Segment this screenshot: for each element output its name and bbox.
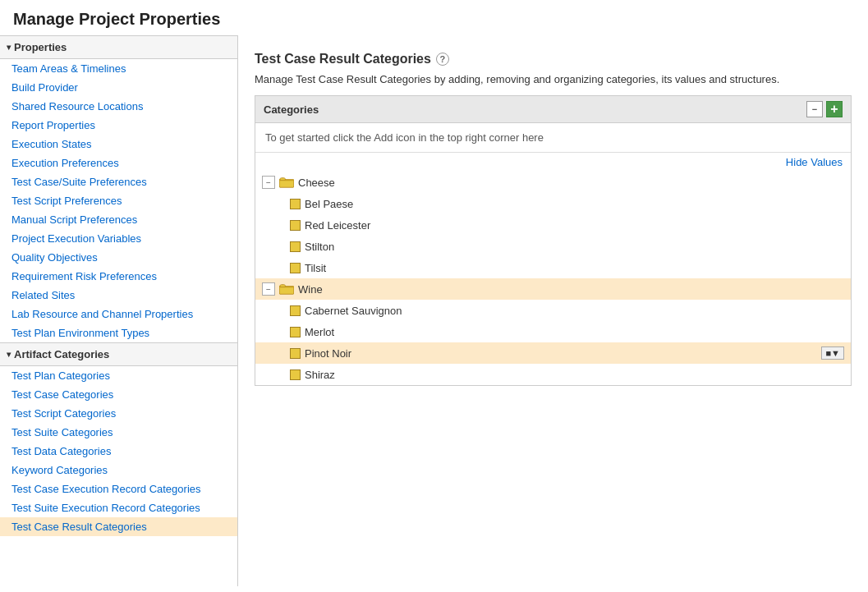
folder-label: Cheese — [298, 177, 844, 189]
sidebar-item-test-data-categories[interactable]: Test Data Categories — [0, 442, 237, 461]
item-action-button[interactable]: ■▼ — [821, 346, 844, 360]
svg-rect-1 — [279, 180, 294, 187]
sidebar-item-requirement-risk-preferences[interactable]: Requirement Risk Preferences — [0, 267, 237, 286]
tree-folder-wine[interactable]: − Wine — [255, 278, 851, 300]
tree-item-bel_paese[interactable]: Bel Paese — [255, 193, 851, 214]
sidebar-properties-header[interactable]: ▾ Properties — [0, 35, 237, 59]
tree-item-stilton[interactable]: Stilton — [255, 236, 851, 257]
item-icon — [288, 219, 301, 231]
sidebar-item-team-areas-&-timelines[interactable]: Team Areas & Timelines — [0, 59, 237, 78]
item-icon — [288, 369, 301, 380]
hide-values-link[interactable]: Hide Values — [786, 156, 843, 168]
item-label: Merlot — [305, 326, 844, 338]
categories-tree: − Cheese Bel Paese Red Leicester Stilton — [255, 172, 851, 385]
tree-item-merlot[interactable]: Merlot — [255, 321, 851, 342]
sidebar: ▾ Properties Team Areas & TimelinesBuild… — [0, 35, 238, 586]
item-label: Shiraz — [305, 369, 844, 381]
hide-values-bar: Hide Values — [255, 153, 851, 172]
item-label: Bel Paese — [305, 198, 844, 210]
sidebar-item-manual-script-preferences[interactable]: Manual Script Preferences — [0, 210, 237, 229]
item-label: Stilton — [305, 241, 844, 253]
content-title: Test Case Result Categories ? — [255, 52, 852, 67]
chevron-down-icon: ▾ — [7, 43, 11, 52]
sidebar-item-test-case-result-categories[interactable]: Test Case Result Categories — [0, 517, 237, 536]
sidebar-item-quality-objectives[interactable]: Quality Objectives — [0, 248, 237, 267]
item-icon — [288, 262, 301, 273]
tree-item-pinot_noir[interactable]: Pinot Noir ■▼ — [255, 342, 851, 364]
sidebar-item-test-plan-environment-types[interactable]: Test Plan Environment Types — [0, 324, 237, 342]
sidebar-item-build-provider[interactable]: Build Provider — [0, 78, 237, 97]
categories-header-actions: − + — [806, 101, 843, 117]
sidebar-item-test-script-preferences[interactable]: Test Script Preferences — [0, 191, 237, 210]
sidebar-item-lab-resource-and-channel-properties[interactable]: Lab Resource and Channel Properties — [0, 305, 237, 324]
tree-item-red_leicester[interactable]: Red Leicester — [255, 214, 851, 236]
main-content: Test Case Result Categories ? Manage Tes… — [238, 35, 868, 586]
sidebar-item-test-script-categories[interactable]: Test Script Categories — [0, 404, 237, 423]
tree-folder-cheese[interactable]: − Cheese — [255, 172, 851, 193]
item-icon — [288, 326, 301, 337]
item-icon — [288, 347, 301, 359]
sidebar-item-test-case-execution-record-categories[interactable]: Test Case Execution Record Categories — [0, 480, 237, 498]
sidebar-item-project-execution-variables[interactable]: Project Execution Variables — [0, 229, 237, 248]
hint-text: To get started click the Add icon in the… — [255, 123, 851, 153]
sidebar-item-keyword-categories[interactable]: Keyword Categories — [0, 461, 237, 480]
sidebar-item-report-properties[interactable]: Report Properties — [0, 116, 237, 135]
svg-rect-7 — [280, 285, 285, 287]
page-title: Manage Project Properties — [0, 0, 868, 35]
sidebar-artifact-header[interactable]: ▾ Artifact Categories — [0, 342, 237, 366]
item-label: Pinot Noir — [305, 347, 821, 360]
categories-panel: Categories − + To get started click the … — [255, 95, 852, 386]
tree-item-cabernet_sauvignon[interactable]: Cabernet Sauvignon — [255, 300, 851, 321]
item-label: Cabernet Sauvignon — [305, 305, 844, 317]
item-label: Red Leicester — [305, 219, 844, 232]
sidebar-item-execution-states[interactable]: Execution States — [0, 135, 237, 154]
tree-item-tilsit[interactable]: Tilsit — [255, 257, 851, 278]
categories-header: Categories − + — [255, 96, 851, 123]
sidebar-item-test-case/suite-preferences[interactable]: Test Case/Suite Preferences — [0, 172, 237, 191]
item-icon — [288, 241, 301, 252]
sidebar-item-related-sites[interactable]: Related Sites — [0, 286, 237, 305]
folder-label: Wine — [298, 283, 844, 296]
help-icon[interactable]: ? — [436, 53, 449, 66]
artifact-list: Test Plan CategoriesTest Case Categories… — [0, 366, 237, 536]
add-button[interactable]: + — [826, 101, 843, 117]
folder-icon — [278, 176, 295, 189]
item-icon — [288, 198, 301, 209]
sidebar-item-test-case-categories[interactable]: Test Case Categories — [0, 385, 237, 404]
sidebar-item-test-plan-categories[interactable]: Test Plan Categories — [0, 366, 237, 385]
content-description: Manage Test Case Result Categories by ad… — [255, 73, 852, 85]
folder-icon — [278, 282, 295, 296]
sidebar-item-test-suite-categories[interactable]: Test Suite Categories — [0, 423, 237, 442]
sidebar-item-execution-preferences[interactable]: Execution Preferences — [0, 154, 237, 172]
chevron-down-icon: ▾ — [7, 350, 11, 359]
item-icon — [288, 305, 301, 316]
tree-item-actions: ■▼ — [821, 346, 844, 360]
item-label: Tilsit — [305, 262, 844, 274]
properties-list: Team Areas & TimelinesBuild ProviderShar… — [0, 59, 237, 342]
toggle-icon[interactable]: − — [262, 176, 275, 189]
sidebar-item-test-suite-execution-record-categories[interactable]: Test Suite Execution Record Categories — [0, 498, 237, 517]
toggle-icon[interactable]: − — [262, 282, 275, 296]
svg-rect-5 — [279, 287, 294, 294]
svg-rect-3 — [280, 178, 285, 181]
collapse-button[interactable]: − — [806, 101, 823, 117]
sidebar-item-shared-resource-locations[interactable]: Shared Resource Locations — [0, 97, 237, 116]
tree-item-shiraz[interactable]: Shiraz — [255, 364, 851, 385]
